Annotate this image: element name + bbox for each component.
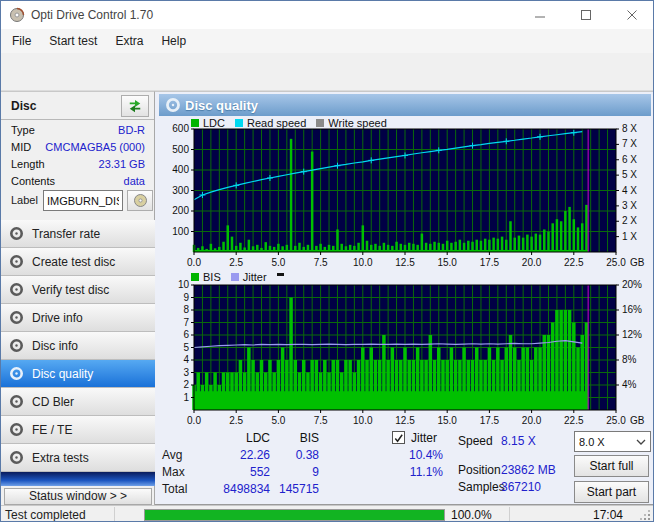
field-value: BD-R — [118, 124, 145, 136]
stats-max-bis: 9 — [276, 465, 319, 479]
page-title: Disc quality — [185, 98, 258, 113]
field-label: Contents — [11, 175, 55, 187]
status-window-button[interactable]: Status window > > — [4, 488, 152, 505]
svg-text:5 X: 5 X — [622, 169, 637, 180]
svg-text:25.0: 25.0 — [606, 415, 626, 426]
svg-text:6: 6 — [183, 329, 189, 340]
svg-text:7 X: 7 X — [622, 138, 637, 149]
field-value: 23.31 GB — [99, 158, 145, 170]
menu-bar: FileStart testExtraHelp — [1, 29, 653, 53]
position-label: Position — [458, 463, 501, 477]
sidebar-item-disc-info[interactable]: Disc info — [1, 332, 155, 360]
menu-item-start-test[interactable]: Start test — [40, 29, 106, 53]
stats-col-ldc: LDC — [186, 431, 270, 445]
start-full-button[interactable]: Start full — [574, 455, 649, 477]
svg-text:2.5: 2.5 — [229, 415, 243, 426]
resize-grip[interactable] — [648, 518, 650, 520]
title-bar: Opti Drive Control 1.70 — [1, 1, 653, 29]
svg-text:20%: 20% — [622, 279, 642, 290]
stats-avg-jitter: 10.4% — [381, 448, 443, 462]
sidebar-item-drive-info[interactable]: Drive info — [1, 304, 155, 332]
maximize-icon — [580, 9, 592, 21]
svg-text:1: 1 — [183, 392, 189, 403]
app-window: Opti Drive Control 1.70 FileStart testEx… — [0, 0, 654, 522]
refresh-icon — [128, 99, 142, 113]
close-button[interactable] — [609, 1, 654, 29]
maximize-button[interactable] — [563, 1, 609, 29]
start-part-button[interactable]: Start part — [574, 481, 649, 503]
svg-text:20.0: 20.0 — [522, 257, 542, 268]
svg-text:25.0: 25.0 — [606, 257, 626, 268]
sidebar-item-create-test-disc[interactable]: Create test disc — [1, 248, 155, 276]
field-value: data — [124, 175, 145, 187]
drive-info-icon — [9, 310, 24, 325]
minimize-button[interactable] — [517, 1, 563, 29]
status-text: Test completed — [5, 508, 86, 522]
disc-label-input[interactable] — [43, 190, 123, 211]
svg-text:GB: GB — [630, 415, 645, 426]
svg-text:5.0: 5.0 — [271, 257, 285, 268]
field-label: MID — [11, 141, 31, 153]
statusbar-divider — [114, 507, 115, 522]
menu-item-help[interactable]: Help — [152, 29, 195, 53]
progress-percent: 100.0% — [451, 508, 492, 522]
menu-item-file[interactable]: File — [3, 29, 40, 53]
progress-bar — [144, 509, 445, 521]
disc-field-mid: MIDCMCMAGBA5 (000) — [1, 140, 154, 157]
svg-text:500: 500 — [172, 144, 189, 155]
sidebar-item-cd-bler[interactable]: CD Bler — [1, 388, 155, 416]
svg-text:12%: 12% — [622, 329, 642, 340]
svg-text:7.5: 7.5 — [314, 415, 328, 426]
sidebar-item-label: CD Bler — [32, 395, 74, 409]
svg-text:200: 200 — [172, 205, 189, 216]
progress-fill — [145, 510, 444, 520]
sidebar-item-label: Disc quality — [32, 367, 93, 381]
quality-chart-svg: 1002003004005006001 X2 X3 X4 X5 X6 X7 X8… — [156, 114, 654, 270]
svg-text:2 X: 2 X — [622, 215, 637, 226]
svg-text:10: 10 — [178, 279, 190, 290]
svg-text:12.5: 12.5 — [395, 415, 415, 426]
position-value: 23862 MB — [501, 463, 556, 477]
menu-item-extra[interactable]: Extra — [106, 29, 152, 53]
stats-avg-ldc: 22.26 — [186, 448, 270, 462]
svg-text:5: 5 — [183, 342, 189, 353]
svg-text:4 X: 4 X — [622, 185, 637, 196]
disc-label-button[interactable] — [127, 190, 153, 211]
svg-text:300: 300 — [172, 185, 189, 196]
toolbar: Drive (F:) ATAPI BD B DH12B2SH PAA3 Spee… — [1, 53, 653, 91]
disc-label-caption: Label — [11, 194, 38, 206]
clock-text: 17:04 — [561, 508, 623, 522]
disc-field-contents: Contentsdata — [1, 174, 154, 191]
field-value: CMCMAGBA5 (000) — [45, 141, 145, 153]
svg-text:22.5: 22.5 — [564, 257, 584, 268]
speed-result-value: 8.15 X — [501, 434, 536, 448]
jitter-label: Jitter — [411, 431, 451, 445]
sidebar-item-transfer-rate[interactable]: Transfer rate — [1, 220, 155, 248]
svg-text:15.0: 15.0 — [437, 257, 457, 268]
svg-text:600: 600 — [172, 123, 189, 134]
svg-text:10.0: 10.0 — [353, 415, 373, 426]
disc-refresh-button[interactable] — [121, 95, 149, 117]
test-speed-combobox[interactable]: 8.0 X — [574, 431, 651, 452]
transfer-rate-icon — [9, 226, 24, 241]
sidebar-item-label: Transfer rate — [32, 227, 100, 241]
svg-text:8: 8 — [183, 304, 189, 315]
svg-text:7.5: 7.5 — [314, 257, 328, 268]
sidebar-item-fe-te[interactable]: FE / TE — [1, 416, 155, 444]
disc-field-length: Length23.31 GB — [1, 157, 154, 174]
sidebar-item-disc-quality[interactable]: Disc quality — [1, 360, 155, 388]
jitter-checkbox[interactable] — [392, 431, 405, 444]
svg-text:2: 2 — [183, 379, 189, 390]
fe-te-icon — [9, 422, 24, 437]
create-test-disc-icon — [9, 254, 24, 269]
statusbar-divider — [509, 507, 510, 522]
svg-text:6 X: 6 X — [622, 154, 637, 165]
svg-text:20.0: 20.0 — [522, 415, 542, 426]
svg-text:3: 3 — [183, 367, 189, 378]
stats-max-ldc: 552 — [186, 465, 270, 479]
window-title: Opti Drive Control 1.70 — [31, 1, 153, 29]
samples-label: Samples — [458, 480, 505, 494]
sidebar-item-verify-test-disc[interactable]: Verify test disc — [1, 276, 155, 304]
sidebar-item-extra-tests[interactable]: Extra tests — [1, 444, 155, 472]
disc-icon — [165, 97, 181, 113]
